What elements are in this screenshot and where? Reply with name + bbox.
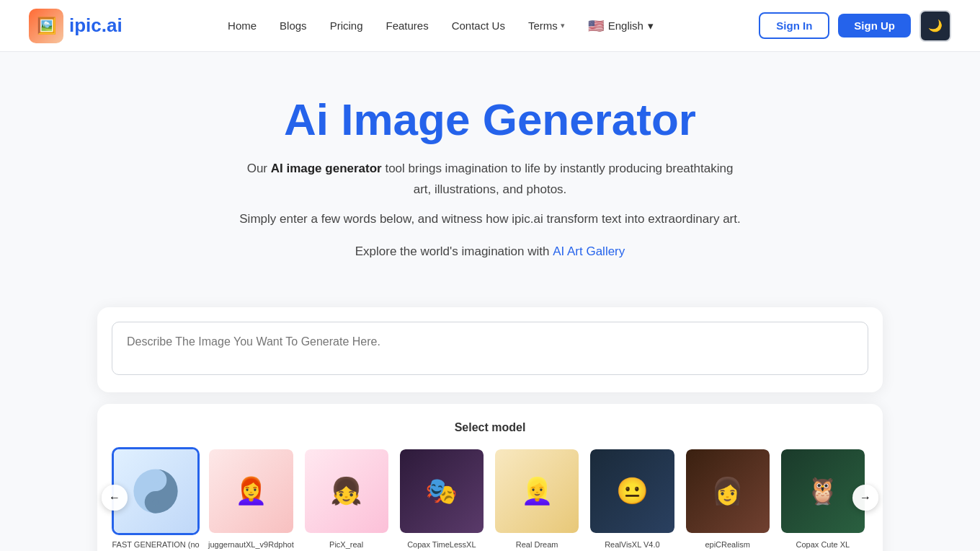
model-img-juggernaut: 👩‍🦰 [207, 447, 295, 535]
model-placeholder-fast [114, 449, 197, 533]
prompt-input[interactable] [112, 322, 868, 375]
model-placeholder-picx: 👧 [305, 449, 388, 533]
model-img-copax: 🎭 [398, 447, 486, 535]
model-img-realdream: 👱‍♀️ [493, 447, 581, 535]
model-placeholder-juggernaut: 👩‍🦰 [209, 449, 293, 533]
model-card-realvis[interactable]: 😐RealVisXL V4.0 [588, 447, 676, 551]
model-placeholder-epicrealism: 👩 [686, 449, 770, 533]
svg-point-1 [153, 477, 159, 483]
nav-pricing[interactable]: Pricing [330, 19, 363, 32]
nav-actions: Sign In Sign Up 🌙 [759, 10, 951, 42]
model-placeholder-copax: 🎭 [400, 449, 484, 533]
sign-up-button[interactable]: Sign Up [838, 14, 911, 38]
nav-blogs[interactable]: Blogs [280, 19, 307, 32]
model-placeholder-realdream: 👱‍♀️ [495, 449, 579, 533]
hero-section: Ai Image Generator Our AI image generato… [0, 52, 980, 293]
model-name-juggernaut: juggernautXL_v9Rdphoto2Lightning [207, 539, 295, 551]
nav-language[interactable]: 🇺🇸 English ▾ [588, 18, 654, 34]
model-name-picx: PicX_real [329, 539, 363, 550]
hero-title: Ai Image Generator [14, 95, 966, 144]
nav-home[interactable]: Home [228, 19, 257, 32]
model-name-copaxcute: Copax Cute XL [796, 539, 850, 550]
model-name-fast: FAST GENERATION (no model) [112, 539, 200, 551]
model-img-picx: 👧 [303, 447, 391, 535]
model-img-epicrealism: 👩 [684, 447, 772, 535]
nav-terms[interactable]: Terms ▾ [528, 19, 565, 32]
logo-text: ipic.ai [69, 14, 122, 37]
nav-features[interactable]: Features [386, 19, 428, 32]
logo[interactable]: 🖼️ ipic.ai [29, 9, 122, 43]
model-name-realdream: Real Dream [516, 539, 558, 550]
carousel-prev-button[interactable]: ← [102, 485, 128, 511]
model-placeholder-copaxcute: 🦉 [781, 449, 865, 533]
terms-chevron-icon: ▾ [561, 21, 565, 30]
model-section: Select model ← FAST GENERATION (no model… [97, 404, 883, 551]
nav-contact[interactable]: Contact Us [452, 19, 505, 32]
nav-links: Home Blogs Pricing Features Contact Us T… [228, 18, 654, 34]
model-name-epicrealism: epiCRealism [705, 539, 749, 550]
gallery-link[interactable]: AI Art Gallery [553, 244, 625, 258]
model-selector-title: Select model [112, 421, 868, 434]
model-name-copax: Copax TimeLessXL [407, 539, 476, 550]
prompt-container [97, 307, 883, 392]
model-card-picx[interactable]: 👧PicX_real [303, 447, 391, 551]
moon-icon: 🌙 [928, 19, 943, 32]
carousel-next-button[interactable]: → [852, 485, 878, 511]
hero-description-2: Simply enter a few words below, and witn… [238, 209, 742, 230]
model-card-juggernaut[interactable]: 👩‍🦰juggernautXL_v9Rdphoto2Lightning [207, 447, 295, 551]
model-card-copax[interactable]: 🎭Copax TimeLessXL [398, 447, 486, 551]
model-card-realdream[interactable]: 👱‍♀️Real Dream [493, 447, 581, 551]
hero-description-1: Our AI image generator tool brings imagi… [238, 159, 742, 200]
model-carousel: ← FAST GENERATION (no model)👩‍🦰juggernau… [112, 447, 868, 551]
lang-chevron-icon: ▾ [648, 19, 654, 32]
sign-in-button[interactable]: Sign In [759, 12, 829, 39]
explore-text: Explore the world's imagination with AI … [238, 242, 742, 263]
model-name-realvis: RealVisXL V4.0 [605, 539, 659, 550]
logo-icon: 🖼️ [29, 9, 63, 43]
flag-icon: 🇺🇸 [588, 18, 604, 34]
model-img-realvis: 😐 [588, 447, 676, 535]
theme-toggle-button[interactable]: 🌙 [919, 10, 951, 42]
navbar: 🖼️ ipic.ai Home Blogs Pricing Features C… [0, 0, 980, 52]
svg-point-2 [153, 499, 159, 506]
model-grid: FAST GENERATION (no model)👩‍🦰juggernautX… [112, 447, 868, 551]
model-placeholder-realvis: 😐 [590, 449, 674, 533]
model-card-epicrealism[interactable]: 👩epiCRealism [684, 447, 772, 551]
